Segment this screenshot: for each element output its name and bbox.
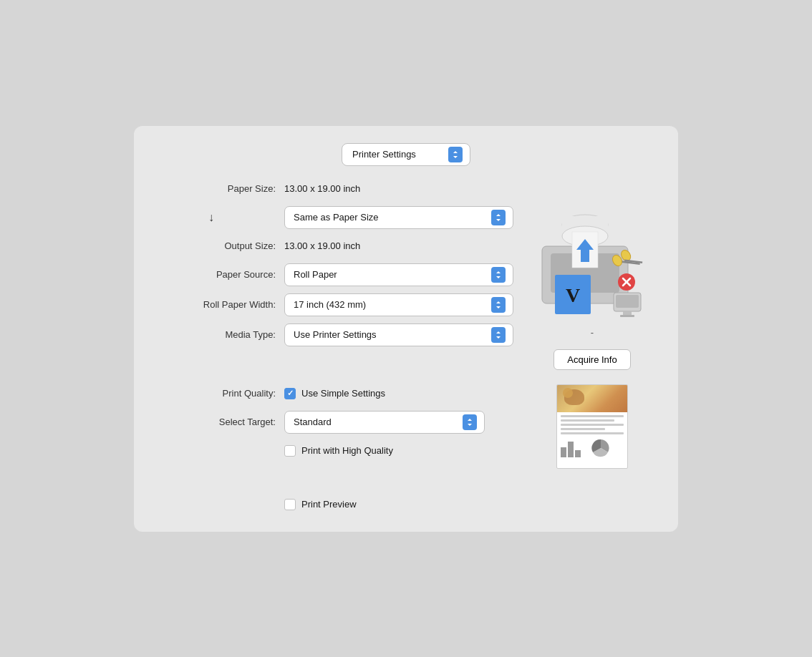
print-high-quality-row: Print with High Quality (155, 441, 513, 461)
roll-paper-width-spinner[interactable] (491, 297, 506, 313)
print-preview-checkbox[interactable] (284, 499, 296, 510)
bottom-bar: Print Preview (155, 490, 657, 510)
svg-rect-18 (623, 311, 632, 315)
output-size-value: 13.00 x 19.00 inch (284, 240, 360, 251)
roll-paper-width-row: Roll Paper Width: 17 inch (432 mm) (155, 293, 513, 316)
form-area: Paper Size: 13.00 x 19.00 inch ↓ Same as… (155, 179, 513, 469)
printer-settings-panel: Printer Settings Paper Size: 13.00 x 19.… (134, 126, 678, 532)
roll-paper-width-dropdown[interactable]: 17 inch (432 mm) (284, 293, 513, 316)
roll-paper-width-value: 17 inch (432 mm) (294, 299, 366, 310)
acquire-info-button[interactable]: Acquire Info (554, 349, 630, 370)
paper-source-value: Roll Paper (294, 269, 337, 280)
down-arrow-area: ↓ (155, 211, 284, 224)
media-type-label: Media Type: (155, 329, 284, 340)
svg-rect-19 (620, 315, 634, 317)
printer-settings-dropdown[interactable]: Printer Settings (342, 143, 470, 166)
output-size-label: Output Size: (155, 240, 284, 251)
use-simple-settings-label: Use Simple Settings (301, 388, 385, 399)
paper-size-value: 13.00 x 19.00 inch (284, 183, 360, 194)
use-simple-settings-checkbox[interactable] (284, 388, 296, 399)
svg-rect-17 (616, 295, 639, 308)
printer-illustration: V (521, 182, 664, 327)
down-arrow-icon: ↓ (155, 211, 276, 224)
print-high-quality-label: Print with High Quality (301, 445, 393, 456)
select-target-row: Select Target: Standard (155, 411, 513, 434)
svg-text:V: V (566, 284, 580, 306)
media-type-dropdown[interactable]: Use Printer Settings (284, 323, 513, 346)
top-bar: Printer Settings (155, 143, 657, 166)
preview-thumbnail (556, 384, 628, 469)
print-high-quality-group: Print with High Quality (284, 445, 393, 457)
dash-text: - (591, 327, 594, 338)
print-quality-row: Print Quality: Use Simple Settings (155, 384, 513, 404)
paper-source-spinner[interactable] (491, 267, 506, 283)
same-as-paper-size-value: Same as Paper Size (294, 212, 379, 223)
paper-source-label: Paper Source: (155, 269, 284, 280)
select-target-value: Standard (294, 417, 332, 427)
print-preview-label: Print Preview (301, 499, 357, 510)
paper-size-label: Paper Size: (155, 183, 284, 194)
output-size-row: Output Size: 13.00 x 19.00 inch (155, 236, 513, 256)
same-as-paper-size-dropdown[interactable]: Same as Paper Size (284, 206, 513, 229)
roll-paper-width-label: Roll Paper Width: (155, 299, 284, 310)
media-type-value: Use Printer Settings (294, 329, 377, 340)
printer-settings-label: Printer Settings (352, 149, 416, 160)
select-target-spinner[interactable] (463, 414, 477, 430)
use-simple-settings-group: Use Simple Settings (284, 388, 385, 399)
main-content: Paper Size: 13.00 x 19.00 inch ↓ Same as… (155, 179, 657, 469)
print-high-quality-checkbox[interactable] (284, 445, 296, 457)
same-as-paper-size-spinner[interactable] (491, 210, 506, 225)
select-target-dropdown[interactable]: Standard (284, 411, 485, 434)
select-target-label: Select Target: (155, 417, 284, 427)
right-area: V (513, 179, 671, 469)
print-preview-group: Print Preview (284, 499, 357, 510)
paper-size-row: Paper Size: 13.00 x 19.00 inch (155, 179, 513, 199)
media-type-spinner[interactable] (491, 327, 506, 343)
printer-settings-spinner[interactable] (448, 147, 463, 162)
paper-source-dropdown[interactable]: Roll Paper (284, 263, 513, 286)
media-type-row: Media Type: Use Printer Settings (155, 323, 513, 346)
print-quality-label: Print Quality: (155, 388, 284, 399)
same-as-paper-row: ↓ Same as Paper Size (155, 206, 513, 229)
paper-source-row: Paper Source: Roll Paper (155, 263, 513, 286)
